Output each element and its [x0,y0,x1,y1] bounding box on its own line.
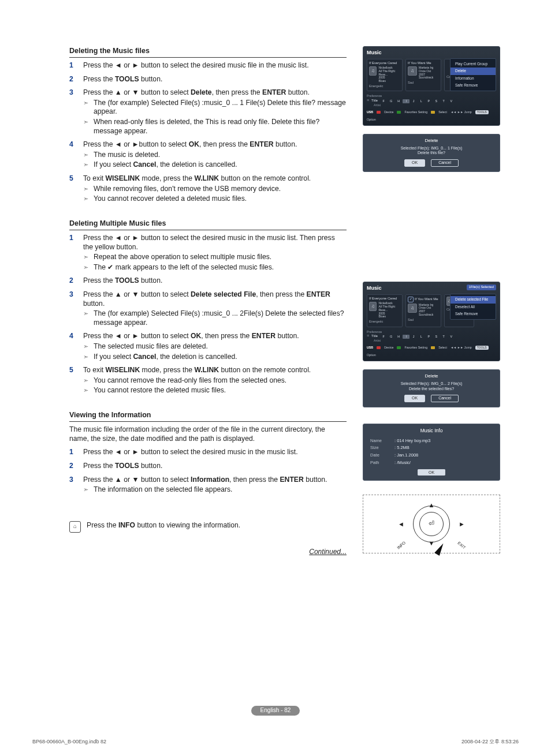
info-value: : /Music/ [393,459,494,466]
exit-label: EXIT [456,541,467,551]
steps-view-info: Press the ◄ or ► button to select the de… [69,448,347,494]
alpha-letter[interactable]: S [433,99,440,103]
osd-header: Music [367,50,496,57]
alpha-letter[interactable]: V [448,99,455,103]
usb-label: USB [367,110,373,114]
music-note-icon: ♫ [369,66,377,76]
delete-dialog-single: Delete Selected File(s): IMG_0... 1 File… [363,134,500,173]
section-title-view-info: Viewing the Information [69,410,347,422]
info-key: Date [369,451,393,459]
step: Press the ▲ or ▼ button to select Inform… [69,476,347,495]
green-dot-icon [397,111,401,114]
step-note: The music is deleted. [83,151,347,160]
cancel-button[interactable]: Cancel [431,159,459,167]
osd-alpha-bar[interactable]: FGHIJLPSTV [380,99,455,103]
ok-button[interactable]: OK [404,159,425,167]
step-note: You cannot remove the read-only files fr… [83,376,347,386]
right-column: Music If Everyone Cared♫NickelbackAll Th… [363,46,500,556]
step: Press the ▲ or ▼ button to select Delete… [69,88,347,136]
alpha-letter[interactable]: H [395,99,402,103]
alpha-letter[interactable]: G [388,335,394,339]
build-right: 2008-04-22 오후 8:53:26 [461,739,519,746]
ok-button[interactable]: OK [404,395,425,402]
info-tip: ⌂ Press the INFO button to viewing the i… [69,521,347,533]
dialog-line2: Delete the selected files? [368,387,495,392]
alpha-letter[interactable]: T [440,99,447,103]
step-note: Repeat the above operation to select mul… [83,253,347,262]
dialog-title: Delete [368,373,495,379]
alpha-letter[interactable]: I [403,99,409,103]
menu-item[interactable]: Delete [451,68,496,74]
alpha-letter[interactable]: S [433,335,440,339]
steps-delete-multi: Press the ◄ or ► button to select the de… [69,234,347,395]
delete-dialog-multi: Delete Selected File(s): IMG_0... 2 File… [363,369,500,408]
osd-row-title: Title [371,99,378,103]
osd-context-menu[interactable]: Delete selected FileDeselect AllSafe Rem… [450,294,496,320]
up-arrow-icon: ▲ [429,501,435,509]
alpha-letter[interactable]: L [418,335,425,339]
step: To exit WISELINK mode, press the W.LINK … [69,174,347,204]
red-dot-icon [377,346,381,349]
section-title-delete-single: Deleting the Music files [69,46,347,58]
step-note: The information on the selected file app… [83,485,347,495]
check-icon: ✔ [408,297,414,302]
music-tile[interactable]: If You Want Me♫Marketa IrgOnce Ost2007So… [405,59,441,92]
menu-item[interactable]: Safe Remove [451,310,496,317]
music-note-icon: ♫ [408,304,417,313]
info-value: : 014 Hey boy.mp3 [393,437,494,444]
osd-footer: USBDeviceFavorites SettingSelect◄◄ ►► Ju… [367,346,496,357]
menu-item[interactable]: Delete selected File [451,296,496,303]
music-note-icon: ♫ [408,66,417,76]
osd-artist-label: Artist [374,103,496,107]
alpha-letter[interactable]: P [425,335,432,339]
osd-music-multi-select: Music 1File(s) Selected If Everyone Care… [363,282,500,361]
info-panel-title: Music Info [369,428,494,434]
osd-context-menu[interactable]: Play Current GroupDeleteInformationSafe … [450,58,496,91]
step-note: If you select Cancel, the deletion is ca… [83,353,347,362]
dialog-line1: Selected File(s): IMG_0... 1 File(s) [368,146,495,151]
music-info-panel: Music Info Name: 014 Hey boy.mp3Size: 5.… [363,424,500,480]
view-info-intro: The music file information including the… [69,425,347,443]
build-line: BP68-00660A_B-00Eng.indb 82 2008-04-22 오… [32,739,519,746]
page-footer: English - 82 [0,706,551,716]
info-key: Path [369,459,393,466]
remote-button-icon: ⌂ [69,521,81,533]
info-label: INFO [396,541,407,551]
music-tile[interactable]: ✔If You Want Me♫Marketa IrgOnce Ost2007S… [405,294,441,327]
alpha-letter[interactable]: H [395,335,402,339]
info-value: : 5.2MB [393,444,494,452]
step-note: The (for example) Selected File(s) :musi… [83,309,347,327]
alpha-letter[interactable]: V [448,335,455,339]
section-title-delete-multi: Deleting Multiple Music files [69,219,347,230]
alpha-letter[interactable]: P [425,99,432,103]
step: To exit WISELINK mode, press the W.LINK … [69,366,347,395]
menu-item[interactable]: Play Current Group [451,61,496,68]
osd-preference-label: Preference [367,94,496,98]
alpha-letter[interactable]: L [418,99,425,103]
alpha-letter[interactable]: F [380,335,387,339]
alpha-letter[interactable]: G [388,99,394,103]
cancel-button[interactable]: Cancel [431,395,459,402]
menu-item[interactable]: Deselect All [451,304,496,310]
alpha-letter[interactable]: J [410,335,417,339]
menu-item[interactable]: Information [451,75,496,82]
music-tile[interactable]: If Everyone Cared♫NickelbackAll The Righ… [367,59,403,92]
info-value: : Jan.1.2008 [393,451,494,459]
step: Press the ▲ or ▼ button to select Delete… [69,290,347,327]
step-note: The (for example) Selected File(s) :musi… [83,99,347,117]
selected-count-badge: 1File(s) Selected [467,285,497,290]
alpha-letter[interactable]: I [403,335,409,339]
music-tile[interactable]: If Everyone Cared♫NickelbackAll The Righ… [367,294,403,327]
menu-item[interactable]: Safe Remove [451,82,496,89]
step-note: You cannot recover deleted a deleted mus… [83,194,347,204]
info-key: Name [369,437,393,444]
alpha-letter[interactable]: T [440,335,447,339]
ok-button[interactable]: OK [418,469,445,476]
step-note: You cannot restore the deleted music fil… [83,386,347,395]
alpha-letter[interactable]: J [410,99,417,103]
alpha-letter[interactable]: F [380,99,387,103]
step-note: While removing files, don't remove the U… [83,185,347,194]
dialog-line2: Delete this file? [368,151,495,156]
osd-artist-label: Artist [374,339,496,343]
osd-alpha-bar[interactable]: FGHIJLPSTV [380,335,455,339]
